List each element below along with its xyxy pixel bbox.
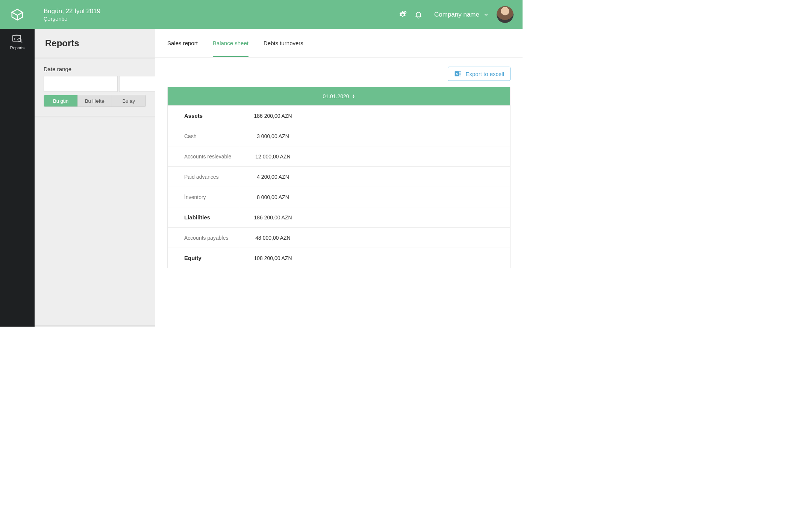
row-value: 108 200,00 AZN <box>239 255 307 261</box>
table-header-date: 01.01.2020 <box>323 93 349 99</box>
date-range-segmented: Bu gün Bu Həftə Bu ay <box>44 95 146 107</box>
row-value: 12 000,00 AZN <box>239 154 307 160</box>
excel-icon <box>454 70 462 78</box>
row-label: Liabilities <box>168 207 239 227</box>
row-value: 186 200,00 AZN <box>239 113 307 119</box>
topbar-date-block: Bugün, 22 İyul 2019 Çərşənbə <box>44 8 100 22</box>
table-row: Cash3 000,00 AZN <box>168 126 510 146</box>
table-row: Paid advances4 200,00 AZN <box>168 166 510 187</box>
topbar-date: Bugün, 22 İyul 2019 <box>44 8 100 15</box>
row-label: Accounts payables <box>168 228 239 248</box>
tab-balance-sheet[interactable]: Balance sheet <box>213 29 248 57</box>
export-excel-button[interactable]: Export to excell <box>448 67 511 81</box>
row-value: 4 200,00 AZN <box>239 174 307 180</box>
row-value: 8 000,00 AZN <box>239 194 307 200</box>
company-dropdown[interactable]: Company name <box>434 11 489 18</box>
table-row: Accounts resievable12 000,00 AZN <box>168 146 510 166</box>
seg-today[interactable]: Bu gün <box>44 95 77 106</box>
app-logo[interactable] <box>0 0 35 29</box>
table-row: Liabilities186 200,00 AZN <box>168 207 510 227</box>
row-value: 3 000,00 AZN <box>239 133 307 139</box>
reports-icon <box>12 34 23 43</box>
export-label: Export to excell <box>465 71 504 77</box>
bell-icon <box>414 11 423 19</box>
date-range-label: Date range <box>44 66 146 72</box>
sort-icon: ▲▼ <box>352 94 355 98</box>
side-panel-title: Reports <box>35 29 155 58</box>
nav-rail: Reports <box>0 0 35 327</box>
seg-week[interactable]: Bu Həftə <box>77 95 111 106</box>
nav-item-label: Reports <box>10 46 25 50</box>
table-row: İnventory8 000,00 AZN <box>168 187 510 207</box>
report-tabs: Sales report Balance sheet Debts turnove… <box>155 29 523 58</box>
notifications-button[interactable] <box>412 8 425 21</box>
table-row: Assets186 200,00 AZN <box>168 105 510 126</box>
row-label: Cash <box>168 126 239 146</box>
topbar: Bugün, 22 İyul 2019 Çərşənbə Company nam… <box>35 0 523 29</box>
gear-icon <box>398 10 407 19</box>
date-from-input[interactable] <box>44 76 118 92</box>
row-value: 48 000,00 AZN <box>239 235 307 241</box>
table-header[interactable]: 01.01.2020 ▲▼ <box>168 87 510 105</box>
row-label: Equity <box>168 248 239 268</box>
row-label: İnventory <box>168 187 239 207</box>
side-panel: Reports Date range Bu gün Bu Həftə Bu ay <box>35 29 155 327</box>
chevron-down-icon <box>483 12 489 18</box>
user-avatar[interactable] <box>497 6 514 23</box>
main-content: Sales report Balance sheet Debts turnove… <box>155 29 523 327</box>
nav-item-reports[interactable]: Reports <box>0 29 35 55</box>
tab-sales-report[interactable]: Sales report <box>167 29 198 57</box>
seg-month[interactable]: Bu ay <box>112 95 145 106</box>
topbar-day: Çərşənbə <box>44 16 100 22</box>
row-label: Assets <box>168 106 239 126</box>
row-label: Accounts resievable <box>168 146 239 166</box>
settings-button[interactable] <box>396 8 409 21</box>
filters-card: Date range Bu gün Bu Həftə Bu ay <box>35 59 155 116</box>
table-row: Equity108 200,00 AZN <box>168 248 510 268</box>
row-value: 186 200,00 AZN <box>239 214 307 221</box>
tab-debts-turnovers[interactable]: Debts turnovers <box>264 29 303 57</box>
table-row: Accounts payables48 000,00 AZN <box>168 227 510 248</box>
company-name: Company name <box>434 11 479 18</box>
row-label: Paid advances <box>168 167 239 187</box>
balance-sheet-table: 01.01.2020 ▲▼ Assets186 200,00 AZNCash3 … <box>167 87 511 268</box>
